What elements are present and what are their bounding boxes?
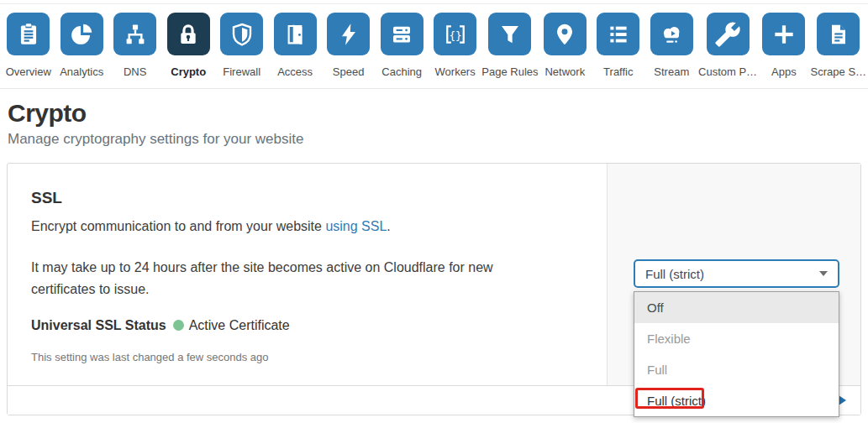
ssl-mode-select[interactable]: Full (strict)	[634, 259, 839, 288]
option-flexible[interactable]: Flexible	[634, 323, 839, 354]
ssl-description-text: Encrypt communication to and from your w…	[31, 219, 325, 233]
tab-custom-pages[interactable]: Custom P…	[698, 13, 757, 78]
caching-icon	[388, 21, 415, 48]
tab-traffic[interactable]: Traffic	[592, 13, 644, 78]
analytics-icon	[68, 21, 95, 48]
tab-label: Crypto	[171, 65, 206, 78]
page-title: Crypto	[8, 99, 860, 128]
certificate-note: It may take up to 24 hours after the sit…	[31, 257, 555, 300]
tab-access[interactable]: Access	[268, 13, 321, 78]
option-full[interactable]: Full	[634, 354, 839, 385]
speed-icon	[335, 21, 362, 48]
universal-ssl-status-row: Universal SSL StatusActive Certificate	[31, 318, 555, 333]
tab-label: Workers	[435, 65, 476, 78]
tab-stream[interactable]: Stream	[645, 13, 698, 78]
tab-label: Traffic	[603, 65, 633, 78]
scrape-shield-icon	[825, 21, 852, 48]
page-header: Crypto Manage cryptography settings for …	[0, 89, 868, 148]
tab-apps[interactable]: Apps	[757, 13, 810, 78]
tab-network[interactable]: Network	[539, 13, 592, 78]
tab-label: Page Rules	[481, 65, 538, 78]
status-value: Active Certificate	[189, 318, 290, 332]
ssl-description-period: .	[387, 219, 390, 233]
option-off[interactable]: Off	[634, 292, 839, 323]
apps-icon	[771, 21, 797, 48]
svg-text:{}: {}	[449, 28, 461, 40]
tab-workers[interactable]: {} Workers	[429, 13, 481, 78]
crypto-icon	[175, 21, 202, 48]
page-subtitle: Manage cryptography settings for your we…	[8, 131, 860, 148]
dns-icon	[122, 21, 149, 48]
custom-pages-icon	[714, 21, 741, 48]
ssl-mode-option-list: Off Flexible Full Full (strict)	[634, 291, 839, 417]
tab-overview[interactable]: Overview	[2, 13, 55, 78]
tab-label: Analytics	[60, 65, 103, 78]
tab-label: Caching	[381, 65, 422, 78]
tab-label: Custom P…	[698, 65, 757, 78]
workers-icon: {}	[442, 21, 469, 48]
tab-label: Access	[277, 65, 313, 78]
ssl-content: SSL Encrypt communication to and from yo…	[8, 164, 606, 363]
using-ssl-link[interactable]: using SSL	[325, 219, 387, 233]
tab-label: Network	[544, 65, 585, 78]
ssl-settings-card: SSL Encrypt communication to and from yo…	[7, 163, 861, 415]
status-green-dot-icon	[173, 320, 184, 331]
tab-label: Apps	[771, 65, 797, 78]
option-full-strict-label: Full (strict)	[647, 394, 706, 408]
stream-icon	[658, 21, 685, 48]
top-icon-nav: Overview Analytics DNS Crypto Fi	[0, 3, 868, 89]
status-label: Universal SSL Status	[31, 318, 166, 332]
tab-dns[interactable]: DNS	[108, 13, 161, 78]
access-icon	[281, 21, 308, 48]
overview-icon	[15, 21, 42, 48]
ssl-mode-selected-value: Full (strict)	[645, 267, 704, 281]
network-icon	[551, 21, 578, 48]
tab-page-rules[interactable]: Page Rules	[481, 13, 538, 78]
page-rules-icon	[497, 21, 523, 48]
ssl-section-title: SSL	[31, 189, 555, 207]
tab-label: Scrape S…	[811, 65, 866, 78]
tab-label: Stream	[654, 65, 689, 78]
traffic-icon	[605, 21, 632, 48]
chevron-down-icon	[819, 271, 828, 276]
tab-firewall[interactable]: Firewall	[215, 13, 268, 78]
next-arrow-icon[interactable]	[839, 395, 846, 405]
tab-label: Overview	[6, 65, 51, 78]
tab-label: Firewall	[223, 65, 260, 78]
last-changed-note: This setting was last changed a few seco…	[31, 351, 555, 363]
tab-speed[interactable]: Speed	[322, 13, 375, 78]
firewall-icon	[229, 21, 255, 48]
tab-analytics[interactable]: Analytics	[55, 13, 108, 78]
tab-scrape-shield[interactable]: Scrape S…	[811, 13, 866, 78]
tab-caching[interactable]: Caching	[375, 13, 428, 78]
ssl-description: Encrypt communication to and from your w…	[31, 219, 555, 234]
tab-crypto[interactable]: Crypto	[161, 13, 214, 78]
tab-label: DNS	[124, 65, 146, 78]
option-full-strict[interactable]: Full (strict)	[634, 385, 839, 416]
tab-label: Speed	[333, 65, 365, 78]
